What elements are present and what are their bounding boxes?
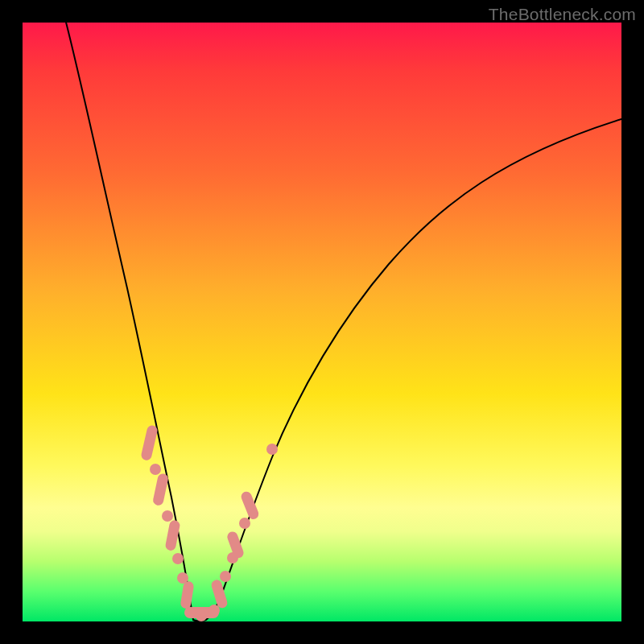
marker-dot — [172, 553, 184, 564]
marker-dot — [266, 444, 278, 455]
bottleneck-chart — [23, 23, 621, 621]
marker-pill — [152, 473, 169, 506]
marker-dot — [220, 571, 231, 582]
chart-plot-area — [23, 23, 621, 621]
watermark-text: TheBottleneck.com — [489, 5, 636, 24]
marker-pill — [180, 580, 194, 609]
marker-dot — [184, 607, 196, 618]
marker-dot — [239, 518, 250, 529]
curve-right-branch — [221, 119, 621, 597]
marker-pill — [140, 424, 159, 461]
marker-dot — [150, 464, 161, 475]
marker-dot — [196, 610, 207, 621]
marker-dot — [208, 605, 220, 616]
marker-dot — [162, 510, 173, 522]
